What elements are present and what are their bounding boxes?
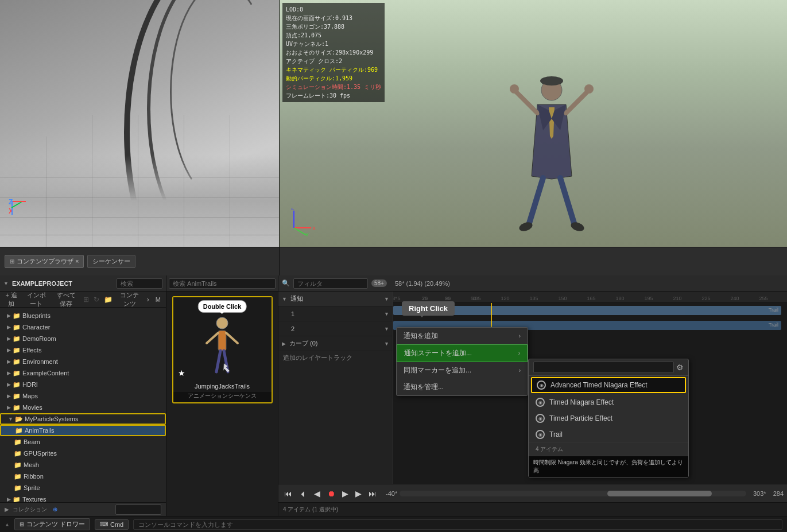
- sequencer-label: シーケンサー: [92, 257, 130, 266]
- project-tree: ▶ 📁 Blueprints ▶ 📁 Character ▶ 📁 DemoRoo…: [0, 308, 166, 502]
- thumb-search-input[interactable]: [169, 278, 276, 289]
- ctx-add-notify[interactable]: 通知を追加 ›: [397, 328, 528, 344]
- tree-environment[interactable]: ▶ 📁 Environment: [0, 356, 166, 367]
- save-all-label: すべて保存: [57, 292, 76, 307]
- tree-demoroom[interactable]: ▶ 📁 DemoRoom: [0, 333, 166, 344]
- viewport-right-header: [280, 247, 787, 275]
- more-button[interactable]: M: [153, 295, 164, 304]
- step-fwd-button[interactable]: ▶: [353, 488, 364, 499]
- sub-item-trail[interactable]: ◉ Trail: [529, 426, 688, 442]
- folder-character: 📁: [13, 324, 21, 331]
- track-1-dropdown[interactable]: ▼: [384, 311, 389, 317]
- curve-dropdown[interactable]: ▼: [384, 341, 389, 347]
- viewport-left-header: ⊞ コンテンツブラウザ × シーケンサー: [0, 247, 280, 275]
- sub-item-trail-label: Trail: [549, 430, 563, 438]
- play-button[interactable]: ▶: [340, 488, 351, 499]
- sub-item-timed-niagara[interactable]: ◉ Timed Niagara Effect: [529, 394, 688, 410]
- tree-ribbon[interactable]: 📁 Ribbon: [0, 471, 166, 482]
- content-browser-tab[interactable]: ⊞ コンテンツブラウザ ×: [5, 255, 84, 268]
- stat-vertices: 頂点:21,075: [286, 31, 381, 40]
- tree-anim-trails[interactable]: 📁 AnimTrails: [0, 425, 166, 436]
- sub-item-timed-particle[interactable]: ◉ Timed Particle Effect: [529, 410, 688, 426]
- tree-beam[interactable]: 📁 Beam: [0, 436, 166, 448]
- notify-dropdown[interactable]: ▼: [384, 296, 389, 302]
- folder-beam: 📁: [14, 438, 22, 446]
- seq-footer: 4 アイテム (1 選択中): [278, 502, 787, 516]
- folder-sprite: 📁: [14, 484, 22, 492]
- track-row-notify: ▼ 通知 ▼: [278, 292, 393, 306]
- notify-label: 通知: [290, 294, 303, 303]
- svg-line-18: [207, 333, 218, 343]
- ctx-add-notify-state[interactable]: 通知ステートを追加... ›: [397, 344, 528, 362]
- tree-my-particle-systems[interactable]: ▼ 📂 MyParticleSystems: [0, 413, 166, 425]
- viewport-left[interactable]: Z X ⊞ コンテンツブラウザ × シーケンサー: [0, 0, 280, 275]
- sub-search-input[interactable]: [533, 362, 674, 373]
- ctx-add-notify-state-label: 通知ステートを追加...: [404, 348, 472, 358]
- step-back-button[interactable]: ⏴: [297, 488, 309, 499]
- add-collection-icon[interactable]: ⊕: [53, 506, 57, 512]
- label-demoroom: DemoRoom: [22, 335, 56, 342]
- tree-textures[interactable]: ▶ 📁 Textures: [0, 494, 166, 502]
- import-button[interactable]: インポート: [23, 290, 51, 309]
- tree-movies[interactable]: ▶ 📁 Movies: [0, 402, 166, 413]
- record-button[interactable]: ⏺: [325, 488, 338, 499]
- frame-end2-display: 284: [773, 490, 784, 497]
- stat-screen-size: 現在の画面サイズ:0.913: [286, 14, 381, 22]
- add-button[interactable]: + 追加: [2, 290, 21, 309]
- ctx-arrow-1: ›: [518, 350, 520, 356]
- svg-point-9: [540, 76, 563, 86]
- tick-255: 255: [759, 296, 767, 301]
- import-label: インポート: [27, 292, 46, 307]
- tick-105: 105: [472, 296, 480, 301]
- skip-to-start-button[interactable]: ⏮: [282, 488, 294, 499]
- tree-example-content[interactable]: ▶ 📁 ExampleContent: [0, 367, 166, 379]
- ctx-manage-notify[interactable]: 通知を管理...: [397, 379, 528, 395]
- sequencer-tab-left[interactable]: シーケンサー: [87, 255, 135, 268]
- timeline-scrollbar[interactable]: [400, 491, 746, 496]
- viewport-right[interactable]: LOD:0 現在の画面サイズ:0.913 三角ポリゴン:37,888 頂点:21…: [280, 0, 787, 275]
- content-drawer-button[interactable]: ⊞ コンテンツ ドロワー: [14, 518, 90, 530]
- tree-mesh[interactable]: 📁 Mesh: [0, 459, 166, 471]
- svg-line-2: [566, 90, 589, 113]
- label-character: Character: [22, 324, 50, 331]
- seq-search-input[interactable]: [293, 278, 368, 289]
- skip-to-end-button[interactable]: ⏭: [366, 488, 379, 499]
- collection-search-input[interactable]: [115, 504, 161, 515]
- expand-arrow-project: ▼: [3, 281, 9, 286]
- folder-movies: 📁: [13, 404, 21, 411]
- ctx-add-sync-marker[interactable]: 同期マーカーを追加... ›: [397, 362, 528, 379]
- sub-settings-button[interactable]: ⚙: [676, 363, 684, 372]
- content-label: コンテンツ: [120, 292, 139, 307]
- more-label: M: [156, 296, 161, 303]
- cmd-button[interactable]: ⌨ Cmd: [95, 519, 129, 530]
- thumb-card[interactable]: Double Click ★ JumpingJacksTrails: [172, 296, 273, 403]
- viewport-right-render: LOD:0 現在の画面サイズ:0.913 三角ポリゴン:37,888 頂点:21…: [280, 0, 787, 247]
- tree-hdri[interactable]: ▶ 📁 HDRI: [0, 379, 166, 390]
- step-fwd-small-button[interactable]: ◀: [312, 488, 323, 499]
- console-input[interactable]: [133, 519, 782, 530]
- add-layer-row[interactable]: 追加のレイヤートラック: [278, 351, 393, 364]
- track-2-dropdown[interactable]: ▼: [384, 326, 389, 332]
- double-click-label: Double Click: [203, 303, 242, 310]
- tick-195: 195: [644, 296, 653, 301]
- context-menu-overlay: Right Click 通知を追加 › 通知ステートを追加... › 同期マーカ…: [396, 327, 528, 396]
- save-all-button[interactable]: すべて保存: [52, 290, 80, 309]
- tree-blueprints[interactable]: ▶ 📁 Blueprints: [0, 310, 166, 321]
- stats-overlay: LOD:0 現在の画面サイズ:0.913 三角ポリゴン:37,888 頂点:21…: [282, 3, 385, 102]
- tree-gpu-sprites[interactable]: 📁 GPUSprites: [0, 448, 166, 459]
- tree-sprite[interactable]: 📁 Sprite: [0, 482, 166, 494]
- bar-trail-label: Trail: [769, 307, 778, 313]
- tree-maps[interactable]: ▶ 📁 Maps: [0, 390, 166, 402]
- track-row-2: 2 ▼: [278, 321, 393, 336]
- arrow-textures: ▶: [7, 496, 11, 502]
- project-search-input[interactable]: [117, 278, 162, 289]
- tree-character[interactable]: ▶ 📁 Character: [0, 321, 166, 333]
- svg-line-6: [560, 178, 575, 225]
- content-button[interactable]: コンテンツ: [116, 290, 144, 309]
- arrow-my-particle-systems: ▼: [8, 416, 13, 422]
- tree-effects[interactable]: ▶ 📁 Effects: [0, 344, 166, 356]
- label-maps: Maps: [22, 393, 38, 399]
- sub-item-advanced-niagara[interactable]: ◉ Advanced Timed Niagara Effect: [531, 377, 686, 393]
- arrow-hdri: ▶: [7, 382, 11, 387]
- folder-anim-trails: 📁: [15, 427, 23, 434]
